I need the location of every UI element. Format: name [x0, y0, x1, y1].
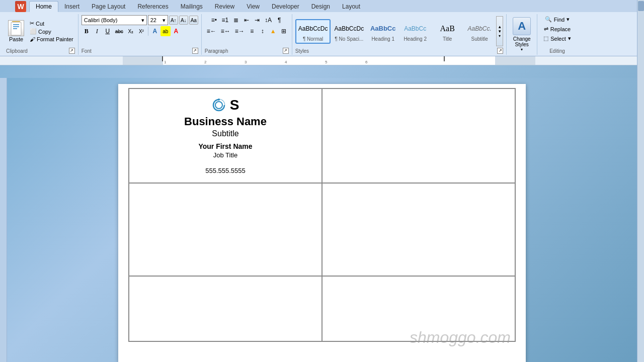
tab-references[interactable]: References: [131, 1, 174, 12]
paste-icon: [8, 20, 24, 36]
clipboard-expand-button[interactable]: ↗: [69, 48, 75, 54]
svg-point-7: [218, 99, 220, 101]
chevron-down-icon: ▾: [163, 17, 166, 24]
bold-button[interactable]: B: [82, 26, 92, 36]
strikethrough-button[interactable]: abc: [113, 26, 125, 36]
paragraph-expand-button[interactable]: ↗: [283, 48, 289, 54]
font-name-selector[interactable]: Calibri (Body) ▾: [82, 15, 147, 25]
card-cell-2: [322, 88, 515, 183]
cut-button[interactable]: ✂ Cut: [28, 20, 75, 27]
style-heading2-preview: AaBbCc: [404, 21, 426, 36]
change-styles-icon: A: [513, 17, 531, 35]
tab-layout[interactable]: Layout: [336, 1, 366, 12]
font-label: Font: [82, 47, 92, 54]
font-content: Calibri (Body) ▾ 22 ▾ A↑ A↓ Aa B I U abc: [82, 15, 198, 47]
card-cell-6: shmoggo.com: [322, 276, 515, 341]
increase-indent-button[interactable]: ⇥: [252, 15, 262, 25]
find-button[interactable]: 🔍 Find ▾: [542, 15, 573, 24]
sort-button[interactable]: ↕A: [263, 15, 274, 25]
styles-scroll-button[interactable]: ▲ ▼ ▾: [496, 16, 503, 46]
font-color-button[interactable]: A: [171, 26, 181, 36]
style-heading2[interactable]: AaBbCc Heading 2: [399, 20, 431, 43]
style-title[interactable]: AaB Title: [432, 20, 463, 43]
numbered-list-button[interactable]: ≡1: [219, 15, 230, 25]
styles-content: AaBbCcDc ¶ Normal AaBbCcDc ¶ No Spaci...…: [295, 15, 503, 47]
ruler-mark-6: 6: [365, 60, 367, 64]
tab-mailings[interactable]: Mailings: [175, 1, 209, 12]
bullet-list-button[interactable]: ≡•: [209, 15, 219, 25]
card-your-name: Your First Name: [198, 142, 252, 150]
underline-button[interactable]: U: [103, 26, 113, 36]
font-size-selector[interactable]: 22 ▾: [148, 15, 168, 25]
ruler-mark-4: 4: [285, 60, 287, 64]
align-center-button[interactable]: ≡↔: [219, 26, 232, 36]
tab-insert[interactable]: Insert: [58, 1, 86, 12]
align-left-button[interactable]: ≡←: [205, 26, 218, 36]
replace-button[interactable]: ⇌ Replace: [541, 25, 574, 33]
font-format-row: B I U abc X₂ X² A ab A: [82, 26, 181, 36]
find-icon: 🔍: [545, 16, 552, 23]
fill-color-button[interactable]: ▲: [268, 26, 278, 36]
find-chevron-icon: ▾: [567, 16, 570, 23]
text-highlight-button[interactable]: ab: [160, 26, 171, 36]
copy-icon: ⬜: [30, 28, 37, 35]
clear-formatting-button[interactable]: Aa: [189, 16, 198, 25]
tab-design[interactable]: Design: [305, 1, 336, 12]
ruler-mark-2: 2: [204, 60, 206, 64]
chevron-down-icon: ▾: [141, 17, 144, 24]
font-expand-button[interactable]: ↗: [192, 48, 198, 54]
font-shrink-button[interactable]: A↓: [179, 16, 188, 25]
main-area: S Business Name Subtitle Your First Name…: [7, 78, 637, 362]
para-list-row: ≡• ≡1 ≣ ⇤ ⇥ ↕A ¶: [209, 15, 284, 25]
tab-view[interactable]: View: [240, 1, 266, 12]
card-grid: S Business Name Subtitle Your First Name…: [128, 88, 516, 342]
justify-button[interactable]: ≡: [247, 26, 257, 36]
card-cell-1: S Business Name Subtitle Your First Name…: [129, 88, 322, 183]
style-normal[interactable]: AaBbCcDc ¶ Normal: [295, 19, 331, 44]
card-job-title: Job Title: [213, 151, 237, 159]
line-spacing-button[interactable]: ↕: [258, 26, 268, 36]
style-heading2-label: Heading 2: [404, 36, 427, 42]
paste-button[interactable]: Paste: [6, 19, 26, 43]
style-subtitle-label: Subtitle: [471, 36, 488, 42]
text-effects-button[interactable]: A: [150, 26, 160, 36]
borders-button[interactable]: ⊞: [279, 26, 289, 36]
right-scrollbar: [637, 0, 644, 362]
change-styles-button[interactable]: A ChangeStyles ▾: [510, 15, 534, 54]
align-right-button[interactable]: ≡→: [233, 26, 247, 36]
decrease-indent-button[interactable]: ⇤: [242, 15, 252, 25]
copy-button[interactable]: ⬜ Copy: [28, 28, 75, 35]
style-title-label: Title: [443, 36, 452, 42]
tab-home[interactable]: Home: [29, 1, 58, 12]
scrollbar-thumb[interactable]: [638, 1, 644, 11]
editing-content: 🔍 Find ▾ ⇌ Replace ⬚ Select ▾: [540, 15, 574, 47]
style-subtitle-preview: AaBbCc.: [467, 21, 491, 36]
format-painter-button[interactable]: 🖌 Format Painter: [28, 36, 75, 43]
card-content-1: S Business Name Subtitle Your First Name…: [129, 89, 321, 183]
style-subtitle[interactable]: AaBbCc. Subtitle: [464, 20, 495, 43]
style-normal-label: ¶ Normal: [303, 36, 323, 42]
style-heading1-label: Heading 1: [371, 36, 394, 42]
editing-label: Editing: [549, 47, 565, 54]
tab-page-layout[interactable]: Page Layout: [86, 1, 131, 12]
tab-review[interactable]: Review: [209, 1, 240, 12]
card-s-letter: S: [230, 97, 239, 113]
multilevel-list-button[interactable]: ≣: [231, 15, 241, 25]
styles-group: AaBbCcDc ¶ Normal AaBbCcDc ¶ No Spaci...…: [292, 14, 507, 55]
font-grow-button[interactable]: A↑: [169, 16, 178, 25]
italic-button[interactable]: I: [92, 26, 102, 36]
tab-developer[interactable]: Developer: [266, 1, 305, 12]
styles-expand-button[interactable]: ↗: [497, 48, 503, 54]
style-no-spacing-preview: AaBbCcDc: [334, 21, 364, 36]
select-button[interactable]: ⬚ Select ▾: [540, 34, 574, 43]
show-marks-button[interactable]: ¶: [274, 15, 284, 25]
style-normal-preview: AaBbCcDc: [298, 21, 328, 36]
style-heading1[interactable]: AaBbCc Heading 1: [367, 20, 398, 43]
subscript-button[interactable]: X₂: [126, 26, 136, 36]
editing-group: 🔍 Find ▾ ⇌ Replace ⬚ Select ▾ Editing: [537, 14, 577, 55]
superscript-button[interactable]: X²: [136, 26, 146, 36]
watermark: shmoggo.com: [410, 328, 511, 347]
card-business-name: Business Name: [184, 115, 267, 128]
card-cell-3: [129, 183, 322, 276]
style-no-spacing[interactable]: AaBbCcDc ¶ No Spaci...: [332, 20, 366, 43]
